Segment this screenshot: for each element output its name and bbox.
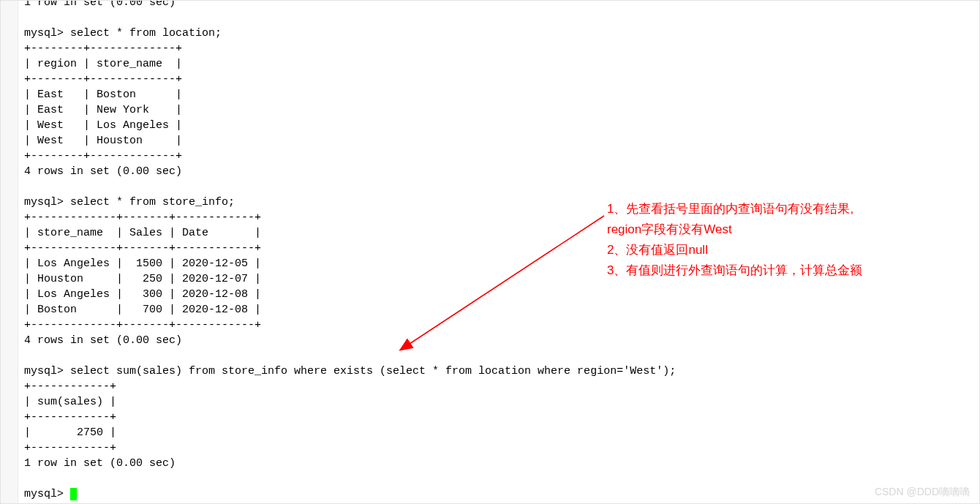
table-border: +------------+: [24, 442, 116, 454]
prompt-text: mysql>: [24, 488, 70, 500]
table-border: +-------------+-------+------------+: [24, 242, 261, 255]
annotation-line-4: 3、有值则进行外查询语句的计算，计算总金额: [607, 260, 862, 281]
table-border: +--------+-------------+: [24, 73, 182, 86]
sql-query: mysql> select * from location;: [24, 27, 222, 40]
table-border: +------------+: [24, 411, 116, 424]
table-row: | Houston | 250 | 2020-12-07 |: [24, 273, 261, 285]
table-row: | Los Angeles | 300 | 2020-12-08 |: [24, 288, 261, 301]
table-row: | East | Boston |: [24, 89, 182, 101]
table-row: | Los Angeles | 1500 | 2020-12-05 |: [24, 257, 261, 270]
table-header: | store_name | Sales | Date |: [24, 227, 261, 239]
table-border: +------------+: [24, 380, 116, 393]
table-border: +-------------+-------+------------+: [24, 211, 261, 224]
annotation-line-3: 2、没有值返回null: [607, 240, 862, 260]
annotation-text: 1、先查看括号里面的内查询语句有没有结果, region字段有没有West 2、…: [607, 199, 862, 281]
table-row: | West | Houston |: [24, 135, 182, 147]
table-row: | West | Los Angeles |: [24, 119, 182, 132]
table-header: | sum(sales) |: [24, 396, 116, 408]
result-line: 1 row in set (0.00 sec): [24, 457, 176, 470]
table-border: +-------------+-------+------------+: [24, 319, 261, 331]
terminal-output: 1 row in set (0.00 sec) mysql> select * …: [24, 0, 676, 502]
table-border: +--------+-------------+: [24, 150, 182, 162]
sql-query: mysql> select * from store_info;: [24, 196, 235, 208]
sql-query: mysql> select sum(sales) from store_info…: [24, 365, 676, 377]
result-line: 4 rows in set (0.00 sec): [24, 334, 182, 347]
result-line: 1 row in set (0.00 sec): [24, 0, 176, 9]
cursor-icon: [70, 488, 77, 500]
annotation-line-1: 1、先查看括号里面的内查询语句有没有结果,: [607, 199, 862, 219]
table-header: | region | store_name |: [24, 58, 182, 70]
watermark-text: CSDN @DDD嘀嘀嘀: [875, 485, 970, 500]
mysql-prompt[interactable]: mysql>: [24, 488, 77, 500]
table-row: | Boston | 700 | 2020-12-08 |: [24, 304, 261, 316]
table-row: | East | New York |: [24, 104, 182, 116]
result-line: 4 rows in set (0.00 sec): [24, 165, 182, 178]
table-border: +--------+-------------+: [24, 42, 182, 55]
line-gutter: [0, 0, 18, 504]
table-row: | 2750 |: [24, 426, 116, 439]
annotation-line-2: region字段有没有West: [607, 219, 862, 240]
